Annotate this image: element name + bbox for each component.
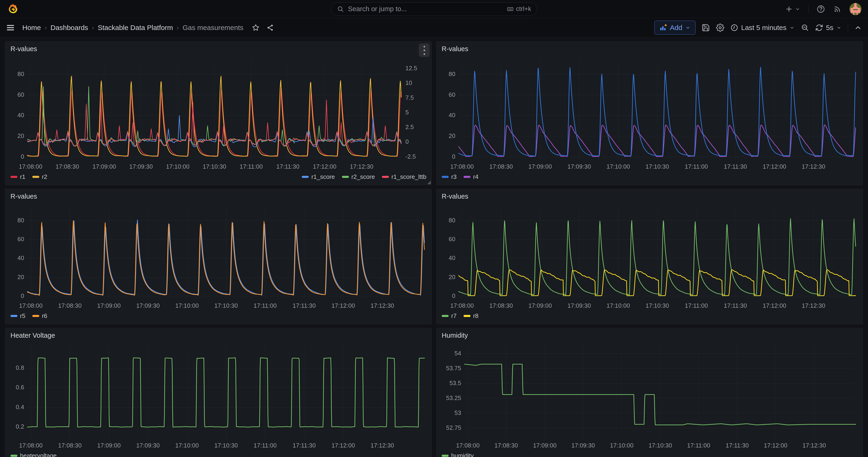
- collapse-toolbar-button[interactable]: [854, 24, 862, 32]
- legend-item[interactable]: r8: [464, 312, 478, 319]
- add-label: Add: [670, 24, 682, 32]
- new-button[interactable]: [785, 5, 800, 13]
- legend-item[interactable]: heatervoltage: [10, 452, 57, 457]
- chart-canvas-r-values-3[interactable]: [5, 204, 431, 311]
- refresh-interval-label: 5s: [826, 24, 833, 32]
- panel-legend: heatervoltage: [5, 451, 431, 457]
- panel-chart-area: [5, 204, 431, 311]
- refresh-icon: [815, 24, 823, 32]
- legend-swatch: [442, 455, 448, 457]
- legend-item[interactable]: r1: [10, 173, 25, 180]
- favorite-button[interactable]: [252, 24, 260, 32]
- panel-title[interactable]: Heater Voltage: [10, 332, 55, 339]
- legend-item[interactable]: r7: [442, 312, 457, 319]
- global-search[interactable]: ctrl+k: [331, 2, 537, 16]
- breadcrumb-current[interactable]: Gas measurements: [183, 24, 243, 32]
- dashboard-nav: Home › Dashboards › Stackable Data Platf…: [0, 18, 868, 37]
- dashboard-grid: R-values r1r2 r1_scorer2_scorer1_score_l…: [0, 37, 868, 457]
- share-icon: [266, 24, 274, 32]
- help-circle-icon: [816, 5, 825, 13]
- panel-title[interactable]: Humidity: [442, 332, 468, 339]
- panel-title[interactable]: R-values: [10, 45, 37, 53]
- legend-label: r7: [451, 312, 457, 319]
- legend-item[interactable]: r1_score: [302, 173, 335, 180]
- panel-title[interactable]: R-values: [442, 45, 468, 53]
- chart-canvas-humidity[interactable]: [437, 342, 863, 451]
- panel-r-values-3: R-values r5r6: [5, 189, 432, 324]
- legend-label: r2_score: [351, 173, 375, 180]
- mega-menu-button[interactable]: [6, 23, 15, 32]
- legend-item[interactable]: humidity: [442, 452, 474, 457]
- save-dashboard-button[interactable]: [702, 24, 710, 32]
- panel-r-values-1: R-values r1r2 r1_scorer2_scorer1_score_l…: [5, 41, 432, 185]
- panel-header: Humidity: [437, 328, 863, 342]
- dashboard-settings-button[interactable]: [716, 24, 724, 32]
- news-button[interactable]: [833, 5, 841, 13]
- panel-heater-voltage: Heater Voltage heatervoltage: [5, 328, 432, 457]
- chevron-down-icon: [685, 25, 691, 30]
- legend-label: r1_score: [311, 173, 335, 180]
- breadcrumb-home[interactable]: Home: [22, 24, 41, 32]
- chart-canvas-heater-voltage[interactable]: [5, 342, 431, 451]
- panel-menu-button[interactable]: [419, 43, 430, 57]
- legend-swatch: [10, 176, 18, 178]
- rss-icon: [833, 5, 841, 13]
- chart-canvas-r-values-4[interactable]: [437, 204, 863, 311]
- panel-r-values-2: R-values r3r4: [436, 41, 863, 185]
- panel-title[interactable]: R-values: [442, 192, 468, 200]
- legend-item[interactable]: r2_score: [342, 173, 375, 180]
- keyboard-icon: [507, 6, 514, 12]
- legend-group-right: r1_scorer2_scorer1_score_lttb: [302, 173, 426, 180]
- legend-swatch: [32, 315, 39, 317]
- legend-swatch: [10, 315, 18, 317]
- legend-item[interactable]: r1_score_lttb: [382, 173, 426, 180]
- legend-swatch: [10, 455, 18, 457]
- time-range-picker[interactable]: Last 5 minutes: [731, 24, 795, 32]
- panel-legend: r5r6: [5, 311, 431, 324]
- help-button[interactable]: [816, 5, 825, 13]
- legend-label: r1_score_lttb: [392, 173, 426, 180]
- breadcrumb-dashboards[interactable]: Dashboards: [51, 24, 88, 32]
- panel-resize-handle[interactable]: [427, 181, 431, 184]
- panel-chart-area: [5, 342, 431, 451]
- legend-swatch: [464, 176, 470, 178]
- legend-group-left: heatervoltage: [10, 452, 57, 457]
- panel-r-values-4: R-values r7r8: [436, 189, 863, 324]
- legend-label: r5: [20, 312, 25, 319]
- bar-chart-plus-icon: [659, 24, 667, 32]
- legend-item[interactable]: r2: [32, 173, 47, 180]
- star-icon: [252, 24, 260, 32]
- chart-canvas-r-values-1[interactable]: [5, 56, 431, 172]
- legend-item[interactable]: r3: [442, 173, 457, 180]
- legend-item[interactable]: r4: [464, 173, 478, 180]
- chart-canvas-r-values-2[interactable]: [437, 56, 863, 172]
- panel-title[interactable]: R-values: [10, 192, 37, 200]
- panel-chart-area: [437, 56, 863, 172]
- zoom-out-icon: [801, 24, 809, 32]
- legend-swatch: [464, 315, 470, 317]
- share-button[interactable]: [266, 24, 274, 32]
- panel-chart-area: [437, 204, 863, 311]
- avatar[interactable]: [849, 3, 862, 15]
- zoom-out-time-button[interactable]: [801, 24, 809, 32]
- legend-label: heatervoltage: [20, 452, 57, 457]
- chevron-down-icon: [836, 25, 842, 30]
- legend-item[interactable]: r5: [10, 312, 25, 319]
- panel-legend: r1r2 r1_scorer2_scorer1_score_lttb: [5, 172, 431, 185]
- refresh-picker[interactable]: 5s: [815, 24, 842, 32]
- panel-chart-area: [5, 56, 431, 172]
- legend-label: r8: [473, 312, 478, 319]
- search-input[interactable]: [348, 5, 503, 13]
- plus-icon: [785, 5, 793, 13]
- panel-legend: r7r8: [437, 311, 863, 324]
- legend-group-left: r5r6: [10, 312, 47, 319]
- legend-item[interactable]: r6: [32, 312, 47, 319]
- grafana-logo[interactable]: [6, 3, 19, 16]
- add-panel-button[interactable]: Add: [654, 21, 695, 35]
- breadcrumb-separator: ›: [92, 24, 94, 31]
- panel-humidity: Humidity humidity: [436, 328, 863, 457]
- legend-group-left: humidity: [442, 452, 474, 457]
- search-icon: [337, 5, 344, 13]
- breadcrumb-folder[interactable]: Stackable Data Platform: [98, 24, 173, 32]
- legend-group-left: r7r8: [442, 312, 478, 319]
